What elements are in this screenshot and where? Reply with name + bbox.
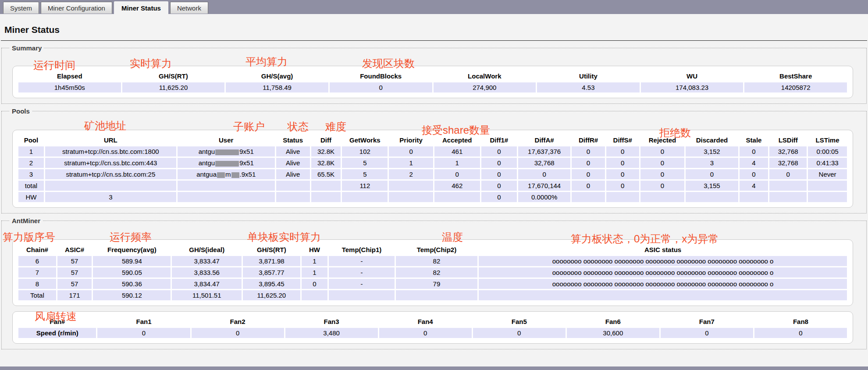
table-cell bbox=[389, 192, 433, 202]
table-cell: 8 bbox=[18, 279, 56, 289]
column-header: Temp(Chip1) bbox=[329, 245, 394, 255]
table-cell: 0 bbox=[481, 192, 517, 202]
table-cell: - bbox=[329, 279, 394, 289]
column-header: Discarded bbox=[686, 135, 738, 145]
table-cell: 17,670,144 bbox=[518, 181, 571, 191]
table-cell: 32,768 bbox=[769, 158, 807, 168]
table-cell: 32.8K bbox=[311, 158, 341, 168]
column-header: DiffA# bbox=[518, 135, 571, 145]
table-cell bbox=[769, 192, 807, 202]
table-cell bbox=[808, 181, 847, 191]
table-cell: antgu9x51 bbox=[178, 158, 275, 168]
column-header: GH/S(RT) bbox=[122, 71, 225, 81]
table-cell: 82 bbox=[396, 256, 478, 266]
table-cell: 0 bbox=[740, 169, 768, 179]
table-cell: 0 bbox=[389, 146, 433, 157]
table-cell: 0 bbox=[481, 181, 517, 191]
column-header: GH/S(ideal) bbox=[172, 245, 242, 255]
table-cell: 3 bbox=[18, 169, 44, 179]
column-header: Chain# bbox=[18, 245, 56, 255]
column-header: Elapsed bbox=[18, 71, 121, 81]
table-cell: 174,083.23 bbox=[641, 82, 743, 92]
table-cell: 0 bbox=[302, 279, 328, 289]
column-header: Rejected bbox=[640, 135, 684, 145]
column-header: Fan7 bbox=[661, 317, 753, 327]
column-header: Fan8 bbox=[754, 317, 847, 327]
table-cell: 102 bbox=[342, 146, 388, 157]
chains-table-box: Chain#ASIC#Frequency(avg)GH/S(ideal)GH/S… bbox=[12, 239, 853, 306]
table-cell: 3,871.98 bbox=[243, 256, 300, 266]
title-divider bbox=[1, 40, 867, 41]
table-cell: 0 bbox=[572, 146, 605, 157]
tab-miner-configuration[interactable]: Miner Configuration bbox=[41, 2, 112, 14]
column-header: LSDiff bbox=[769, 135, 807, 145]
column-header: Fan4 bbox=[379, 317, 472, 327]
table-cell: 32.8K bbox=[311, 146, 341, 157]
table-cell: 57 bbox=[57, 267, 92, 278]
bottom-bar bbox=[0, 366, 868, 370]
table-cell: 11,625.20 bbox=[243, 290, 300, 300]
table-cell: 14205872 bbox=[744, 82, 847, 92]
table-cell: - bbox=[329, 256, 394, 266]
table-cell bbox=[178, 181, 275, 191]
table-cell: 57 bbox=[57, 279, 92, 289]
column-header: Stale bbox=[740, 135, 768, 145]
summary-legend: Summary bbox=[10, 44, 44, 52]
column-header: BestShare bbox=[744, 71, 847, 81]
table-cell: 3,833.56 bbox=[172, 267, 242, 278]
pools-table-body: 1stratum+tcp://cn.ss.btc.com:1800antgu9x… bbox=[18, 146, 847, 202]
table-cell: 3,834.47 bbox=[172, 279, 242, 289]
table-cell: 82 bbox=[396, 267, 478, 278]
table-cell: 3,480 bbox=[285, 328, 378, 338]
table-cell: 1 bbox=[389, 158, 433, 168]
censored-text bbox=[215, 161, 239, 167]
table-cell: oooooooo oooooooo oooooooo oooooooo oooo… bbox=[479, 256, 847, 266]
table-cell: 590.12 bbox=[93, 290, 171, 300]
table-cell: 5 bbox=[342, 158, 388, 168]
table-cell: 1 bbox=[302, 267, 328, 278]
table-cell: 0 bbox=[473, 328, 566, 338]
table-cell: 1 bbox=[18, 146, 44, 157]
tab-system[interactable]: System bbox=[3, 2, 39, 14]
table-cell: 112 bbox=[342, 181, 388, 191]
table-cell: Alive bbox=[276, 169, 310, 179]
table-cell bbox=[45, 181, 176, 191]
table-cell bbox=[769, 181, 807, 191]
table-cell: 0 bbox=[481, 146, 517, 157]
column-header: URL bbox=[45, 135, 176, 145]
tab-miner-status[interactable]: Miner Status bbox=[114, 1, 168, 14]
censored-text bbox=[217, 172, 225, 178]
table-cell: 57 bbox=[57, 256, 92, 266]
table-cell: 2 bbox=[389, 169, 433, 179]
table-cell: 0 bbox=[434, 169, 480, 179]
tab-network[interactable]: Network bbox=[170, 2, 208, 14]
column-header: WU bbox=[641, 71, 743, 81]
chains-table: Chain#ASIC#Frequency(avg)GH/S(ideal)GH/S… bbox=[17, 243, 848, 302]
pools-header-row: PoolURLUserStatusDiffGetWorksPriorityAcc… bbox=[18, 135, 847, 145]
table-cell: oooooooo oooooooo oooooooo oooooooo oooo… bbox=[479, 279, 847, 289]
fans-table-box: 风扇转速 Fan#Fan1Fan2Fan3Fan4Fan5Fan6Fan7Fan… bbox=[12, 311, 853, 344]
column-header: User bbox=[178, 135, 275, 145]
table-cell: - bbox=[329, 267, 394, 278]
column-header: Accepted bbox=[434, 135, 480, 145]
table-cell: 1 bbox=[434, 158, 480, 168]
table-cell bbox=[389, 181, 433, 191]
table-cell: 0 bbox=[481, 158, 517, 168]
table-cell: 0 bbox=[481, 169, 517, 179]
table-cell: 590.05 bbox=[93, 267, 171, 278]
chains-header-row: Chain#ASIC#Frequency(avg)GH/S(ideal)GH/S… bbox=[18, 245, 847, 255]
antminer-section: AntMiner 算力版序号 运行频率 单块板实时算力 温度 算力板状态，0为正… bbox=[1, 217, 867, 349]
table-cell: 0 bbox=[740, 146, 768, 157]
table-cell: stratum+tcp://cn.ss.btc.com:1800 bbox=[45, 146, 176, 157]
pools-legend: Pools bbox=[10, 107, 32, 115]
column-header: Utility bbox=[537, 71, 640, 81]
pools-table-box: PoolURLUserStatusDiffGetWorksPriorityAcc… bbox=[12, 130, 853, 208]
table-cell: antguam.9x51 bbox=[178, 169, 275, 179]
table-row: Total171590.1211,501.5111,625.20 bbox=[18, 290, 847, 300]
table-cell: 11,758.49 bbox=[226, 82, 328, 92]
table-cell: 1h45m50s bbox=[18, 82, 121, 92]
column-header: Fan2 bbox=[192, 317, 284, 327]
table-row: 3stratum+tcp://cn.ss.btc.com:25antguam.9… bbox=[18, 169, 847, 179]
table-cell: Alive bbox=[276, 158, 310, 168]
column-header: DiffR# bbox=[572, 135, 605, 145]
